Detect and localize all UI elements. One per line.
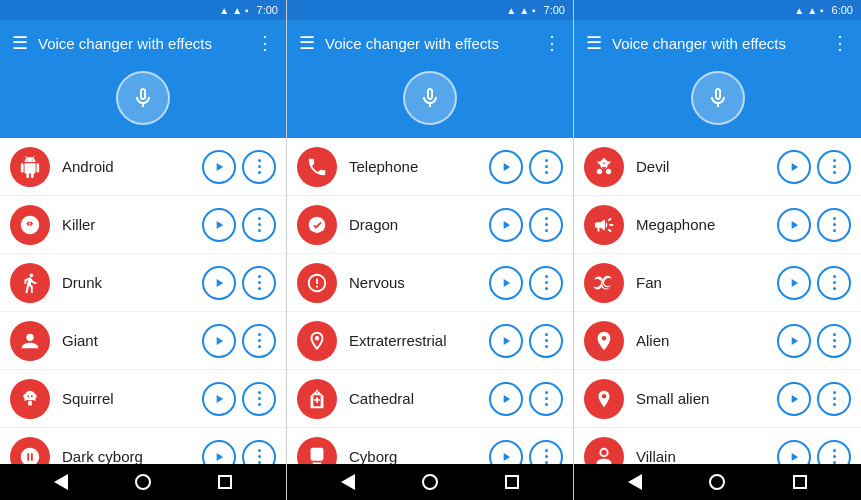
play-button[interactable] (202, 150, 236, 184)
home-button[interactable] (135, 474, 151, 490)
effect-name: Android (62, 158, 202, 175)
more-options-button[interactable] (817, 324, 851, 358)
app-title: Voice changer with effects (325, 35, 533, 52)
status-icons: ▲ ▲ ▪ (794, 5, 823, 16)
effect-name: Dark cyborg (62, 448, 202, 464)
back-button[interactable] (54, 474, 68, 490)
signal-icon: ▲ (219, 5, 229, 16)
recents-button[interactable] (793, 475, 807, 489)
play-button[interactable] (777, 440, 811, 465)
home-button[interactable] (709, 474, 725, 490)
mic-area (574, 66, 861, 138)
more-options-button[interactable] (817, 150, 851, 184)
more-options-button[interactable] (529, 266, 563, 300)
more-options-button[interactable] (242, 324, 276, 358)
three-dots-icon (545, 333, 548, 348)
status-icons: ▲ ▲ ▪ (506, 5, 535, 16)
three-dots-icon (833, 391, 836, 406)
play-button[interactable] (202, 208, 236, 242)
effect-icon-circle (584, 205, 624, 245)
effect-icon-circle (297, 147, 337, 187)
phone-panel-2: ▲ ▲ ▪ 7:00 ☰ Voice changer with effects … (287, 0, 574, 500)
more-options-button[interactable] (242, 150, 276, 184)
app-title: Voice changer with effects (38, 35, 246, 52)
phone-panel-1: ▲ ▲ ▪ 7:00 ☰ Voice changer with effects … (0, 0, 287, 500)
more-options-button[interactable] (529, 440, 563, 465)
play-button[interactable] (489, 324, 523, 358)
hamburger-icon[interactable]: ☰ (12, 32, 28, 54)
play-button[interactable] (777, 382, 811, 416)
list-item: Alien (574, 312, 861, 370)
play-button[interactable] (489, 440, 523, 465)
play-button[interactable] (489, 208, 523, 242)
more-options-button[interactable] (529, 208, 563, 242)
play-icon (787, 450, 801, 464)
list-item: Android (0, 138, 286, 196)
effect-list: Devil Megaphone (574, 138, 861, 464)
more-options-button[interactable] (529, 382, 563, 416)
effect-icon-circle (10, 321, 50, 361)
three-dots-icon (545, 275, 548, 290)
more-options-button[interactable] (529, 324, 563, 358)
overflow-menu-icon[interactable]: ⋮ (256, 32, 274, 54)
play-icon (212, 160, 226, 174)
mic-button[interactable] (403, 71, 457, 125)
recents-button[interactable] (218, 475, 232, 489)
play-button[interactable] (202, 382, 236, 416)
bottom-nav (0, 464, 286, 500)
effect-name: Small alien (636, 390, 777, 407)
list-item: Cathedral (287, 370, 573, 428)
effect-name: Cyborg (349, 448, 489, 464)
effect-icon-circle (297, 321, 337, 361)
battery-icon: ▪ (820, 5, 824, 16)
effect-name: Telephone (349, 158, 489, 175)
overflow-menu-icon[interactable]: ⋮ (543, 32, 561, 54)
play-button[interactable] (777, 324, 811, 358)
effect-name: Nervous (349, 274, 489, 291)
list-item: Dark cyborg (0, 428, 286, 464)
three-dots-icon (833, 217, 836, 232)
status-bar: ▲ ▲ ▪ 7:00 (287, 0, 573, 20)
overflow-menu-icon[interactable]: ⋮ (831, 32, 849, 54)
more-options-button[interactable] (242, 440, 276, 465)
play-button[interactable] (489, 150, 523, 184)
play-icon (499, 160, 513, 174)
three-dots-icon (258, 333, 261, 348)
mic-button[interactable] (691, 71, 745, 125)
more-options-button[interactable] (242, 208, 276, 242)
list-item: Nervous (287, 254, 573, 312)
signal-icon: ▲ (506, 5, 516, 16)
play-button[interactable] (202, 440, 236, 465)
play-icon (499, 392, 513, 406)
more-options-button[interactable] (817, 208, 851, 242)
list-item: Megaphone (574, 196, 861, 254)
list-item: Dragon (287, 196, 573, 254)
status-time: 7:00 (544, 4, 565, 16)
play-icon (212, 334, 226, 348)
recents-button[interactable] (505, 475, 519, 489)
play-button[interactable] (489, 382, 523, 416)
play-button[interactable] (202, 266, 236, 300)
play-button[interactable] (777, 150, 811, 184)
back-button[interactable] (341, 474, 355, 490)
hamburger-icon[interactable]: ☰ (586, 32, 602, 54)
more-options-button[interactable] (817, 382, 851, 416)
more-options-button[interactable] (817, 440, 851, 465)
home-button[interactable] (422, 474, 438, 490)
play-button[interactable] (489, 266, 523, 300)
play-button[interactable] (777, 266, 811, 300)
effect-list: Android Killer (0, 138, 286, 464)
three-dots-icon (833, 449, 836, 464)
back-button[interactable] (628, 474, 642, 490)
more-options-button[interactable] (242, 382, 276, 416)
svg-point-0 (26, 333, 33, 340)
hamburger-icon[interactable]: ☰ (299, 32, 315, 54)
play-button[interactable] (777, 208, 811, 242)
effect-name: Megaphone (636, 216, 777, 233)
effect-name: Extraterrestrial (349, 332, 489, 349)
more-options-button[interactable] (817, 266, 851, 300)
more-options-button[interactable] (242, 266, 276, 300)
mic-button[interactable] (116, 71, 170, 125)
play-button[interactable] (202, 324, 236, 358)
more-options-button[interactable] (529, 150, 563, 184)
